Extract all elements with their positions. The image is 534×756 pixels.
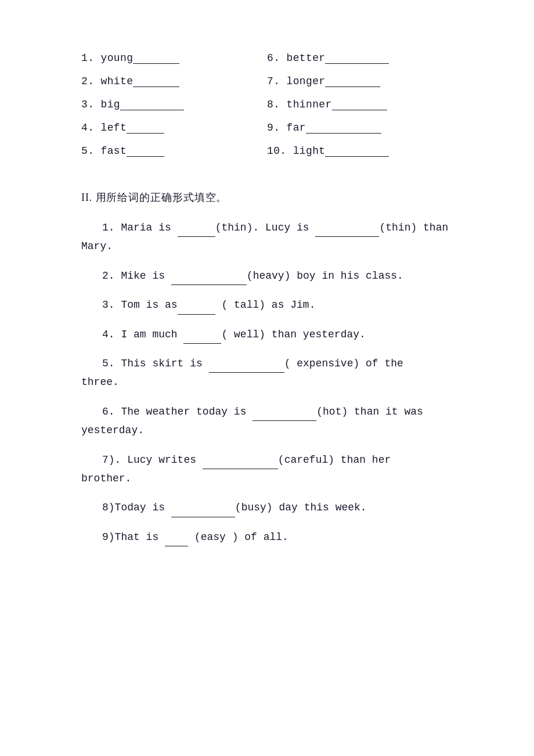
item-number: 1. [81,52,94,64]
sentence-6-line2: yesterday. [81,421,453,440]
section-ii-title: II. 用所给词的正确形式填空。 [81,190,453,204]
item-number: 9. [267,122,280,134]
answer-blank[interactable] [120,99,184,110]
sentence-text: brother. [81,473,131,484]
item-word: left [101,122,127,134]
sentence-text: (hot) than it was [316,406,423,417]
sentence-1-line2: Mary. [81,237,453,255]
sentence-1: 1. Maria is (thin). Lucy is (thin) than … [81,218,453,256]
sentence-6-line1: 6. The weather today is (hot) than it wa… [81,402,453,421]
answer-blank[interactable] [165,535,188,546]
sentence-text: 9)That is [102,531,165,543]
list-item: 10. light [267,139,453,163]
sentence-text: 4. I am much [102,329,183,340]
sentence-2: 2. Mike is (heavy) boy in his class. [81,267,453,285]
sentence-9: 9)That is (easy ) of all. [81,528,453,546]
item-number: 8. [267,99,280,110]
right-column: 6. better 7. longer 8. thinner 9. far 10… [267,46,453,163]
list-item: 8. thinner [267,93,453,116]
section-title-text: II. 用所给词的正确形式填空。 [81,192,227,203]
left-column: 1. young 2. white 3. big 4. left 5. fast [81,46,267,163]
sentence-text: (heavy) boy in his class. [247,270,403,282]
list-item: 5. fast [81,139,267,163]
section-ii: II. 用所给词的正确形式填空。 1. Maria is (thin). Luc… [81,190,453,546]
item-word: fast [101,145,127,157]
sentence-6: 6. The weather today is (hot) than it wa… [81,402,453,440]
answer-blank[interactable] [178,303,215,315]
sentence-7-line2: brother. [81,469,453,488]
sentence-7-line1: 7). Lucy writes (careful) than her [81,451,453,469]
sentence-text: 8)Today is [102,502,171,513]
answer-blank[interactable] [133,75,179,87]
sentence-text: (easy ) of all. [188,531,288,543]
answer-blank[interactable] [171,506,235,517]
sentence-3: 3. Tom is as ( tall) as Jim. [81,296,453,314]
sentence-text: yesterday. [81,424,144,436]
sentence-5-line2: three. [81,373,453,391]
sentence-text: 1. Maria is [102,222,178,233]
sentence-text: (busy) day this week. [235,502,367,513]
item-number: 5. [81,145,94,157]
answer-blank[interactable] [252,409,316,421]
sentence-1-line1: 1. Maria is (thin). Lucy is (thin) than [81,218,453,237]
sentence-5-line1: 5. This skirt is ( expensive) of the [81,354,453,373]
sentence-7: 7). Lucy writes (careful) than her broth… [81,451,453,488]
item-number: 3. [81,99,94,110]
item-word: young [101,52,134,64]
answer-blank[interactable] [306,122,381,134]
item-word: better [287,52,326,64]
item-number: 2. [81,75,94,87]
answer-blank[interactable] [127,122,164,134]
item-number: 4. [81,122,94,134]
answer-blank[interactable] [183,332,221,344]
sentence-text: ( tall) as Jim. [215,299,316,311]
sentence-text: 5. This skirt is [102,358,209,369]
sentence-text: 7). Lucy writes [102,454,203,466]
item-word: big [101,99,121,110]
list-item: 9. far [267,116,453,139]
item-word: far [287,122,306,134]
word-grid: 1. young 2. white 3. big 4. left 5. fast [81,46,453,163]
sentence-text: 2. Mike is [102,270,171,282]
sentence-text: (thin) than [379,222,448,233]
sentence-5: 5. This skirt is ( expensive) of the thr… [81,354,453,392]
answer-blank[interactable] [171,273,247,285]
sentence-4: 4. I am much ( well) than yesterday. [81,325,453,344]
answer-blank[interactable] [315,225,379,237]
list-item: 7. longer [267,70,453,93]
answer-blank[interactable] [209,361,284,373]
answer-blank[interactable] [325,145,389,157]
sentence-text: 6. The weather today is [102,406,252,417]
list-item: 4. left [81,116,267,139]
answer-blank[interactable] [325,52,389,64]
item-number: 7. [267,75,280,87]
section-i: 1. young 2. white 3. big 4. left 5. fast [81,46,453,163]
item-word: thinner [287,99,332,110]
answer-blank[interactable] [332,99,387,110]
sentence-text: 3. Tom is as [102,299,178,311]
answer-blank[interactable] [133,52,179,64]
list-item: 2. white [81,70,267,93]
sentence-text: (thin). Lucy is [215,222,316,233]
list-item: 3. big [81,93,267,116]
sentence-text: three. [81,376,119,388]
sentence-text: Mary. [81,240,113,252]
sentence-text: (careful) than her [278,454,391,466]
sentence-text: ( well) than yesterday. [221,329,365,340]
answer-blank[interactable] [127,145,164,157]
answer-blank[interactable] [178,225,215,237]
list-item: 1. young [81,46,267,70]
item-word: longer [287,75,326,87]
item-word: light [293,145,326,157]
item-word: white [101,75,134,87]
answer-blank[interactable] [325,75,380,87]
item-number: 6. [267,52,280,64]
list-item: 6. better [267,46,453,70]
sentence-8: 8)Today is (busy) day this week. [81,498,453,517]
answer-blank[interactable] [203,458,278,469]
sentence-text: ( expensive) of the [284,358,403,369]
item-number: 10. [267,145,287,157]
